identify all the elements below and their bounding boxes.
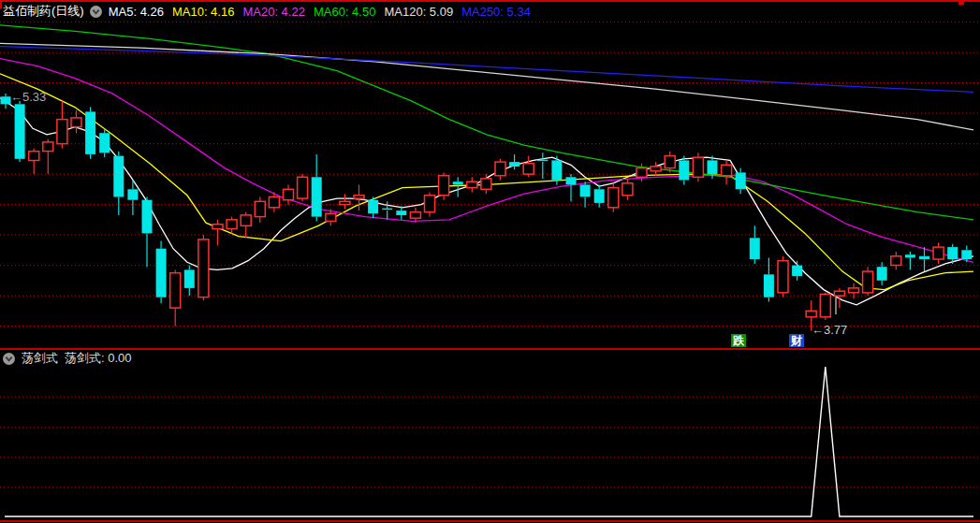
ma10-label: MA10: 4.16: [172, 5, 235, 19]
candle-body: [396, 211, 406, 215]
candle-body: [113, 156, 124, 197]
candle-body: [806, 311, 816, 317]
main-chart-header: 益佰制药(日线) MA5: 4.26 MA10: 4.16 MA20: 4.22…: [3, 3, 539, 20]
candle-body: [764, 274, 774, 297]
candle-body: [298, 177, 308, 198]
candle-body: [877, 267, 887, 281]
panel-divider[interactable]: [0, 348, 980, 350]
candle-body: [85, 111, 95, 153]
indicator-signal-line: [5, 367, 973, 516]
candle-body: [608, 188, 619, 208]
candle-body: [495, 162, 505, 176]
indicator-chart-canvas[interactable]: [0, 350, 980, 523]
candle-body: [29, 152, 39, 161]
chevron-down-icon[interactable]: [90, 6, 102, 18]
candle-body: [269, 196, 279, 207]
candle-body: [580, 184, 591, 196]
candle-body: [905, 254, 915, 257]
candle-body: [99, 133, 110, 153]
candle-body: [750, 238, 760, 259]
candle-body: [736, 172, 746, 189]
ma120-label: MA120: 5.09: [384, 5, 453, 19]
candle-body: [15, 104, 25, 159]
candle-body: [212, 225, 223, 229]
candle-body: [227, 220, 237, 229]
candle-body: [523, 164, 534, 174]
candle-body: [594, 189, 605, 203]
ma5-label: MA5: 4.26: [109, 5, 164, 19]
event-badge-cai[interactable]: 财: [789, 334, 804, 347]
candle-body: [708, 160, 718, 174]
candle-body: [834, 291, 844, 296]
candle-body: [255, 201, 265, 216]
candle-body: [142, 200, 153, 234]
candle-body: [425, 196, 435, 212]
stock-chart-window: 益佰制药(日线) MA5: 4.26 MA10: 4.16 MA20: 4.22…: [0, 0, 980, 523]
candle-body: [127, 189, 138, 199]
ma-line-MA120: [0, 43, 973, 130]
candle-body: [43, 142, 53, 152]
candle-body: [354, 196, 364, 198]
candle-body: [410, 212, 420, 219]
candle-body: [961, 250, 972, 259]
highest-price-marker: ←5.33: [10, 90, 46, 104]
candle-body: [651, 167, 661, 171]
window-bottom-border: [0, 520, 980, 522]
indicator-header: 荡剑式 荡剑式: 0.00: [3, 352, 132, 365]
ma60-label: MA60: 4.50: [314, 5, 376, 19]
candle-body: [622, 183, 633, 196]
candle-body: [891, 256, 901, 266]
candle-body: [665, 156, 675, 168]
candle-body: [467, 182, 477, 188]
indicator-readout: 荡剑式: 0.00: [65, 350, 132, 367]
candle-body: [439, 176, 449, 196]
stock-title: 益佰制药(日线): [3, 3, 84, 20]
candle-body: [919, 256, 929, 259]
candle-body: [368, 200, 378, 214]
candle-body: [792, 266, 802, 276]
candle-body: [947, 247, 958, 259]
indicator-name[interactable]: 荡剑式: [22, 350, 58, 367]
candle-body: [241, 215, 251, 225]
candle-body: [184, 269, 195, 288]
candle-body: [679, 160, 689, 180]
event-badge-die[interactable]: 跌: [731, 334, 746, 347]
candle-body: [326, 213, 336, 221]
candle-body: [481, 179, 491, 189]
candle-body: [284, 189, 294, 199]
candle-body: [71, 118, 81, 127]
candle-body: [933, 247, 943, 259]
candle-body: [863, 271, 873, 293]
candle-body: [156, 249, 167, 298]
chevron-down-icon[interactable]: [3, 353, 15, 365]
ma250-label: MA250: 5.34: [461, 5, 531, 19]
main-chart-canvas[interactable]: [0, 0, 980, 350]
candle-body: [636, 168, 647, 178]
candle-body: [198, 240, 209, 298]
candle-body: [1, 96, 11, 104]
candle-body: [551, 160, 562, 180]
candle-body: [57, 120, 67, 144]
lowest-price-marker: ←3.77: [812, 323, 847, 337]
candle-body: [778, 261, 788, 293]
candle-body: [722, 165, 732, 175]
candle-body: [566, 177, 577, 184]
candle-body: [340, 201, 350, 204]
candle-body: [820, 294, 830, 316]
candle-body: [453, 182, 463, 184]
candle-body: [312, 177, 322, 216]
candle-body: [170, 273, 181, 308]
candle-body: [693, 157, 703, 177]
candle-body: [509, 162, 519, 167]
ma-line-MA250: [0, 47, 973, 93]
ma20-label: MA20: 4.22: [242, 5, 305, 19]
candle-body: [849, 288, 859, 293]
